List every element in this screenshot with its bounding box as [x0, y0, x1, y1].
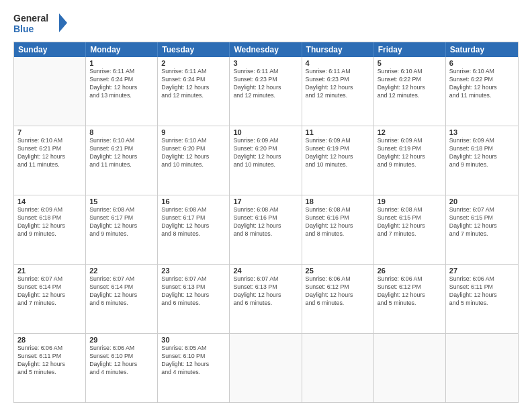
- day-cell-15: 15Sunrise: 6:08 AM Sunset: 6:17 PM Dayli…: [86, 195, 158, 264]
- calendar-row-4: 21Sunrise: 6:07 AM Sunset: 6:14 PM Dayli…: [14, 264, 518, 333]
- header: General Blue: [13, 11, 519, 36]
- day-info: Sunrise: 6:07 AM Sunset: 6:13 PM Dayligh…: [233, 275, 298, 308]
- logo-svg: General Blue: [13, 11, 67, 36]
- day-number: 1: [89, 59, 154, 67]
- day-number: 22: [89, 267, 154, 275]
- day-info: Sunrise: 6:11 AM Sunset: 6:24 PM Dayligh…: [161, 68, 226, 100]
- day-number: 9: [161, 128, 226, 136]
- day-info: Sunrise: 6:08 AM Sunset: 6:16 PM Dayligh…: [306, 206, 370, 238]
- day-info: Sunrise: 6:06 AM Sunset: 6:10 PM Dayligh…: [89, 345, 154, 377]
- day-info: Sunrise: 6:09 AM Sunset: 6:19 PM Dayligh…: [378, 137, 442, 169]
- day-info: Sunrise: 6:07 AM Sunset: 6:15 PM Dayligh…: [449, 206, 515, 238]
- day-info: Sunrise: 6:11 AM Sunset: 6:23 PM Dayligh…: [306, 68, 370, 100]
- day-number: 15: [89, 197, 154, 205]
- day-cell-27: 27Sunrise: 6:06 AM Sunset: 6:11 PM Dayli…: [446, 265, 518, 333]
- day-cell-12: 12Sunrise: 6:09 AM Sunset: 6:19 PM Dayli…: [374, 126, 446, 195]
- header-cell-monday: Monday: [86, 42, 158, 57]
- day-number: 20: [449, 197, 515, 205]
- day-number: 28: [17, 336, 82, 344]
- day-cell-29: 29Sunrise: 6:06 AM Sunset: 6:10 PM Dayli…: [86, 334, 158, 402]
- header-cell-tuesday: Tuesday: [158, 42, 230, 57]
- header-cell-thursday: Thursday: [302, 42, 374, 57]
- day-number: 2: [161, 59, 226, 67]
- day-number: 19: [378, 197, 442, 205]
- day-info: Sunrise: 6:07 AM Sunset: 6:14 PM Dayligh…: [89, 275, 154, 308]
- day-number: 27: [449, 267, 515, 275]
- empty-cell: [14, 57, 86, 126]
- day-cell-6: 6Sunrise: 6:10 AM Sunset: 6:22 PM Daylig…: [446, 57, 518, 126]
- day-cell-16: 16Sunrise: 6:08 AM Sunset: 6:17 PM Dayli…: [158, 195, 230, 264]
- day-number: 21: [17, 267, 82, 275]
- svg-text:General: General: [13, 13, 48, 24]
- page: General Blue SundayMondayTuesdayWednesda…: [0, 0, 532, 411]
- day-info: Sunrise: 6:07 AM Sunset: 6:13 PM Dayligh…: [161, 275, 226, 308]
- day-cell-24: 24Sunrise: 6:07 AM Sunset: 6:13 PM Dayli…: [230, 265, 302, 333]
- calendar-row-5: 28Sunrise: 6:06 AM Sunset: 6:11 PM Dayli…: [14, 333, 518, 402]
- day-number: 5: [378, 59, 442, 67]
- day-number: 8: [89, 128, 154, 136]
- day-info: Sunrise: 6:05 AM Sunset: 6:10 PM Dayligh…: [161, 345, 226, 377]
- day-info: Sunrise: 6:08 AM Sunset: 6:17 PM Dayligh…: [161, 206, 226, 238]
- day-number: 4: [306, 59, 370, 67]
- calendar-row-2: 7Sunrise: 6:10 AM Sunset: 6:21 PM Daylig…: [14, 126, 518, 195]
- day-number: 30: [161, 336, 226, 344]
- day-number: 26: [378, 267, 442, 275]
- calendar-row-1: 1Sunrise: 6:11 AM Sunset: 6:24 PM Daylig…: [14, 57, 518, 126]
- day-number: 18: [306, 197, 370, 205]
- day-cell-7: 7Sunrise: 6:10 AM Sunset: 6:21 PM Daylig…: [14, 126, 86, 195]
- header-cell-saturday: Saturday: [446, 42, 518, 57]
- calendar-row-3: 14Sunrise: 6:09 AM Sunset: 6:18 PM Dayli…: [14, 195, 518, 264]
- day-cell-4: 4Sunrise: 6:11 AM Sunset: 6:23 PM Daylig…: [302, 57, 374, 126]
- day-cell-30: 30Sunrise: 6:05 AM Sunset: 6:10 PM Dayli…: [158, 334, 230, 402]
- day-cell-14: 14Sunrise: 6:09 AM Sunset: 6:18 PM Dayli…: [14, 195, 86, 264]
- header-cell-wednesday: Wednesday: [230, 42, 302, 57]
- calendar-header-row: SundayMondayTuesdayWednesdayThursdayFrid…: [14, 42, 518, 57]
- day-info: Sunrise: 6:09 AM Sunset: 6:18 PM Dayligh…: [449, 137, 515, 169]
- day-info: Sunrise: 6:09 AM Sunset: 6:18 PM Dayligh…: [17, 206, 82, 238]
- svg-marker-2: [59, 13, 67, 32]
- day-cell-10: 10Sunrise: 6:09 AM Sunset: 6:20 PM Dayli…: [230, 126, 302, 195]
- day-cell-26: 26Sunrise: 6:06 AM Sunset: 6:12 PM Dayli…: [374, 265, 446, 333]
- day-number: 11: [306, 128, 370, 136]
- day-info: Sunrise: 6:06 AM Sunset: 6:11 PM Dayligh…: [449, 275, 515, 308]
- day-cell-21: 21Sunrise: 6:07 AM Sunset: 6:14 PM Dayli…: [14, 265, 86, 333]
- day-info: Sunrise: 6:09 AM Sunset: 6:19 PM Dayligh…: [306, 137, 370, 169]
- day-number: 10: [233, 128, 298, 136]
- day-info: Sunrise: 6:08 AM Sunset: 6:17 PM Dayligh…: [89, 206, 154, 238]
- day-cell-23: 23Sunrise: 6:07 AM Sunset: 6:13 PM Dayli…: [158, 265, 230, 333]
- logo: General Blue: [13, 11, 67, 36]
- day-number: 12: [378, 128, 442, 136]
- day-number: 17: [233, 197, 298, 205]
- day-cell-8: 8Sunrise: 6:10 AM Sunset: 6:21 PM Daylig…: [86, 126, 158, 195]
- day-info: Sunrise: 6:07 AM Sunset: 6:14 PM Dayligh…: [17, 275, 82, 308]
- day-number: 6: [449, 59, 515, 67]
- day-info: Sunrise: 6:11 AM Sunset: 6:24 PM Dayligh…: [89, 68, 154, 100]
- day-cell-2: 2Sunrise: 6:11 AM Sunset: 6:24 PM Daylig…: [158, 57, 230, 126]
- day-info: Sunrise: 6:10 AM Sunset: 6:20 PM Dayligh…: [161, 137, 226, 169]
- empty-cell: [374, 334, 446, 402]
- day-cell-3: 3Sunrise: 6:11 AM Sunset: 6:23 PM Daylig…: [230, 57, 302, 126]
- day-number: 13: [449, 128, 515, 136]
- svg-text:Blue: Blue: [13, 24, 34, 34]
- empty-cell: [230, 334, 302, 402]
- empty-cell: [446, 334, 518, 402]
- day-info: Sunrise: 6:10 AM Sunset: 6:21 PM Dayligh…: [89, 137, 154, 169]
- day-number: 23: [161, 267, 226, 275]
- day-number: 29: [89, 336, 154, 344]
- day-cell-25: 25Sunrise: 6:06 AM Sunset: 6:12 PM Dayli…: [302, 265, 374, 333]
- day-number: 25: [306, 267, 370, 275]
- day-info: Sunrise: 6:08 AM Sunset: 6:16 PM Dayligh…: [233, 206, 298, 238]
- day-cell-19: 19Sunrise: 6:08 AM Sunset: 6:15 PM Dayli…: [374, 195, 446, 264]
- day-cell-5: 5Sunrise: 6:10 AM Sunset: 6:22 PM Daylig…: [374, 57, 446, 126]
- day-info: Sunrise: 6:06 AM Sunset: 6:11 PM Dayligh…: [17, 345, 82, 377]
- day-cell-28: 28Sunrise: 6:06 AM Sunset: 6:11 PM Dayli…: [14, 334, 86, 402]
- day-number: 14: [17, 197, 82, 205]
- day-number: 16: [161, 197, 226, 205]
- day-info: Sunrise: 6:10 AM Sunset: 6:22 PM Dayligh…: [449, 68, 515, 100]
- empty-cell: [302, 334, 374, 402]
- day-number: 3: [233, 59, 298, 67]
- day-cell-17: 17Sunrise: 6:08 AM Sunset: 6:16 PM Dayli…: [230, 195, 302, 264]
- day-number: 24: [233, 267, 298, 275]
- day-cell-13: 13Sunrise: 6:09 AM Sunset: 6:18 PM Dayli…: [446, 126, 518, 195]
- day-info: Sunrise: 6:10 AM Sunset: 6:22 PM Dayligh…: [378, 68, 442, 100]
